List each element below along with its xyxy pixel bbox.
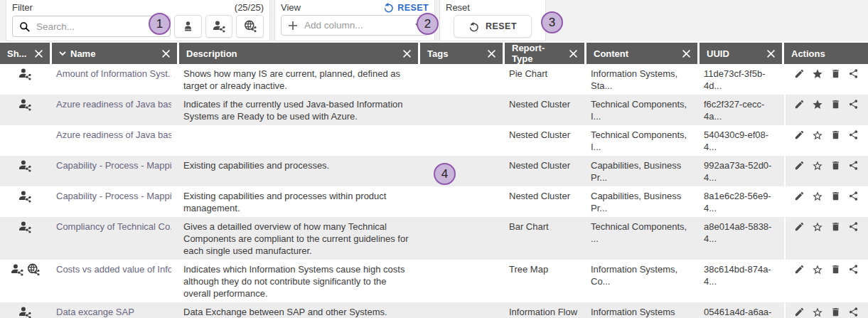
filter-count: (25/25) <box>235 2 264 13</box>
column-label: Report-Type <box>512 43 561 64</box>
star-outline-icon[interactable] <box>812 264 823 275</box>
report-name-link[interactable]: Azure readiness of Java bas... <box>56 98 171 110</box>
table-row: Capability - Process - Mappi...Existing … <box>0 186 868 217</box>
report-name-cell: Amount of Information Syst... <box>52 64 177 95</box>
user-shared-icon <box>18 67 32 81</box>
share-icon[interactable] <box>848 129 859 140</box>
star-filled-icon[interactable] <box>812 99 823 110</box>
report-name-link[interactable]: Amount of Information Syst... <box>56 68 171 80</box>
report-name-link[interactable]: Capability - Process - Mappi... <box>56 159 171 171</box>
edit-icon[interactable] <box>794 68 805 79</box>
actions-cell <box>784 64 868 95</box>
delete-icon[interactable] <box>830 264 841 275</box>
my-reports-filter-button[interactable] <box>174 15 202 38</box>
undo-icon <box>468 21 479 32</box>
search-icon <box>19 21 30 32</box>
shared-status-cell <box>0 260 50 302</box>
column-header-description[interactable]: Description <box>179 43 418 64</box>
report-name-cell: Costs vs added value of Info... <box>52 260 177 302</box>
add-column-select[interactable]: Add column... <box>281 15 429 36</box>
delete-icon[interactable] <box>830 129 841 140</box>
remove-column-icon[interactable] <box>767 50 775 58</box>
report-name-link[interactable]: Data excange SAP <box>56 306 171 318</box>
view-reset-link[interactable]: RESET <box>383 2 429 13</box>
report-name-cell: Data excange SAP <box>52 302 177 318</box>
star-outline-icon[interactable] <box>812 221 823 233</box>
share-icon[interactable] <box>848 99 859 110</box>
column-header-tags[interactable]: Tags <box>420 43 503 64</box>
tags-cell <box>420 217 503 260</box>
delete-icon[interactable] <box>830 221 841 232</box>
share-icon[interactable] <box>848 160 859 171</box>
star-outline-icon[interactable] <box>812 160 823 171</box>
table-row: Azure readiness of Java bas...Nested Clu… <box>0 125 868 156</box>
column-label: Actions <box>791 48 825 59</box>
description-cell: Shows how many IS are current, planned, … <box>179 64 418 95</box>
public-reports-filter-button[interactable] <box>236 15 264 38</box>
search-input[interactable] <box>35 21 164 33</box>
edit-icon[interactable] <box>794 129 805 140</box>
tags-cell <box>420 95 503 125</box>
column-header-name[interactable]: Name <box>52 43 177 64</box>
undo-icon <box>383 2 394 13</box>
share-icon[interactable] <box>848 264 859 275</box>
star-outline-icon[interactable] <box>812 307 823 318</box>
uuid-cell: 05461a4d-a6aa-4... <box>700 302 782 318</box>
edit-icon[interactable] <box>794 160 805 171</box>
delete-icon[interactable] <box>830 160 841 171</box>
delete-icon[interactable] <box>830 191 841 201</box>
column-header-sh[interactable]: Sh... <box>0 43 50 64</box>
user-shared-icon <box>18 305 32 318</box>
actions-cell <box>784 302 868 318</box>
column-header-actions[interactable]: Actions <box>784 43 868 64</box>
star-outline-icon[interactable] <box>812 191 823 202</box>
report-name-link[interactable]: Costs vs added value of Info... <box>56 263 171 275</box>
view-label: View <box>281 2 301 13</box>
description-cell: Indicates which Information Systems caus… <box>179 260 418 302</box>
column-header-uuid[interactable]: UUID <box>700 43 782 64</box>
user-shared-icon <box>18 220 32 234</box>
remove-column-icon[interactable] <box>162 50 170 58</box>
column-header-report_type[interactable]: Report-Type <box>505 43 584 64</box>
report-name-link[interactable]: Compliancy of Technical Co... <box>56 221 171 233</box>
remove-column-icon[interactable] <box>35 50 43 58</box>
sort-chevron-down-icon <box>59 51 66 56</box>
content-cell: Information Systems, Sta... <box>586 64 697 95</box>
reset-label: Reset <box>446 2 470 13</box>
table-body: Amount of Information Syst...Shows how m… <box>0 64 868 318</box>
uuid-cell: 992aa73a-52d0-4... <box>700 156 782 186</box>
share-icon[interactable] <box>848 307 859 317</box>
share-icon[interactable] <box>848 68 859 79</box>
remove-column-icon[interactable] <box>569 50 577 58</box>
uuid-cell: 11de73cf-3f5b-4d... <box>700 64 782 95</box>
report-type-cell: Pie Chart <box>505 64 584 95</box>
remove-column-icon[interactable] <box>403 50 411 58</box>
edit-icon[interactable] <box>794 264 805 275</box>
remove-column-icon[interactable] <box>682 50 690 58</box>
user-shared-icon <box>18 159 32 173</box>
edit-icon[interactable] <box>794 191 805 201</box>
search-box[interactable] <box>12 16 171 37</box>
delete-icon[interactable] <box>830 307 841 317</box>
share-icon[interactable] <box>848 221 859 232</box>
reset-button[interactable]: RESET <box>454 15 532 38</box>
column-label: Name <box>70 48 95 59</box>
edit-icon[interactable] <box>794 221 805 232</box>
share-icon[interactable] <box>848 191 859 201</box>
column-header-content[interactable]: Content <box>586 43 697 64</box>
shared-status-cell <box>0 64 50 95</box>
report-name-link[interactable]: Capability - Process - Mappi... <box>56 190 171 202</box>
delete-icon[interactable] <box>830 99 841 110</box>
star-filled-icon[interactable] <box>812 68 823 80</box>
report-name-link[interactable]: Azure readiness of Java bas... <box>56 129 171 141</box>
remove-column-icon[interactable] <box>488 50 495 58</box>
edit-icon[interactable] <box>794 99 805 110</box>
shared-status-cell <box>0 125 50 156</box>
shared-reports-filter-button[interactable] <box>205 15 233 38</box>
star-outline-icon[interactable] <box>812 129 823 141</box>
column-label: UUID <box>707 48 729 59</box>
description-cell: Existing capabilities and processes with… <box>179 186 418 217</box>
edit-icon[interactable] <box>794 307 805 317</box>
delete-icon[interactable] <box>830 68 841 79</box>
tags-cell <box>420 302 503 318</box>
